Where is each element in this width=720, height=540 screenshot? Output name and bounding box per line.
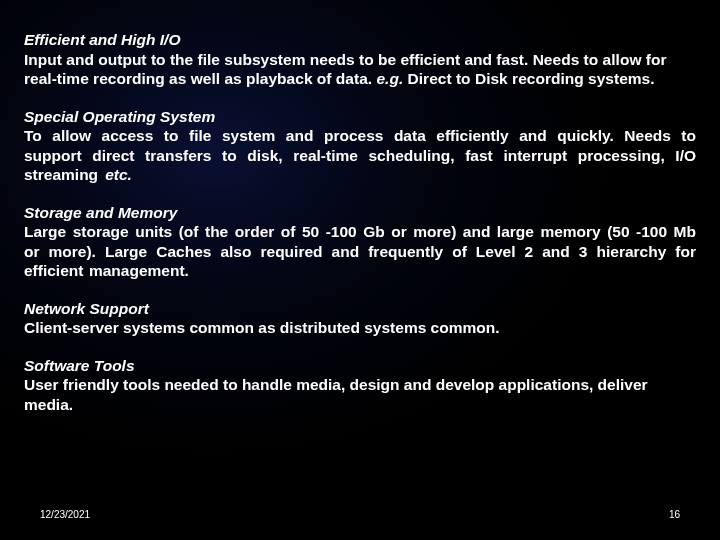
section-network-support: Network Support Client-server systems co… (24, 299, 696, 338)
footer: 12/23/2021 16 (0, 509, 720, 520)
section-title: Network Support (24, 299, 696, 319)
body-text-pre: User friendly tools needed to handle med… (24, 376, 648, 413)
section-efficient-io: Efficient and High I/O Input and output … (24, 30, 696, 89)
section-storage-memory: Storage and Memory Large storage units (… (24, 203, 696, 281)
section-title: Efficient and High I/O (24, 30, 696, 50)
footer-date: 12/23/2021 (40, 509, 90, 520)
section-title: Software Tools (24, 356, 696, 376)
section-title: Storage and Memory (24, 203, 696, 223)
slide: Efficient and High I/O Input and output … (0, 0, 720, 540)
body-text-em: e.g. (376, 70, 403, 87)
section-body: Input and output to the file subsystem n… (24, 50, 696, 89)
section-special-os: Special Operating System To allow access… (24, 107, 696, 185)
body-text-pre: Client-server systems common as distribu… (24, 319, 500, 336)
section-software-tools: Software Tools User friendly tools neede… (24, 356, 696, 415)
body-text-pre: Large storage units (of the order of 50 … (24, 223, 696, 279)
section-body: User friendly tools needed to handle med… (24, 375, 696, 414)
section-body: Large storage units (of the order of 50 … (24, 222, 696, 281)
body-text-em: etc. (105, 166, 132, 183)
section-title: Special Operating System (24, 107, 696, 127)
section-body: Client-server systems common as distribu… (24, 318, 696, 338)
body-text-post: Direct to Disk recording systems. (403, 70, 654, 87)
footer-page-number: 16 (669, 509, 680, 520)
section-body: To allow access to file system and proce… (24, 126, 696, 185)
